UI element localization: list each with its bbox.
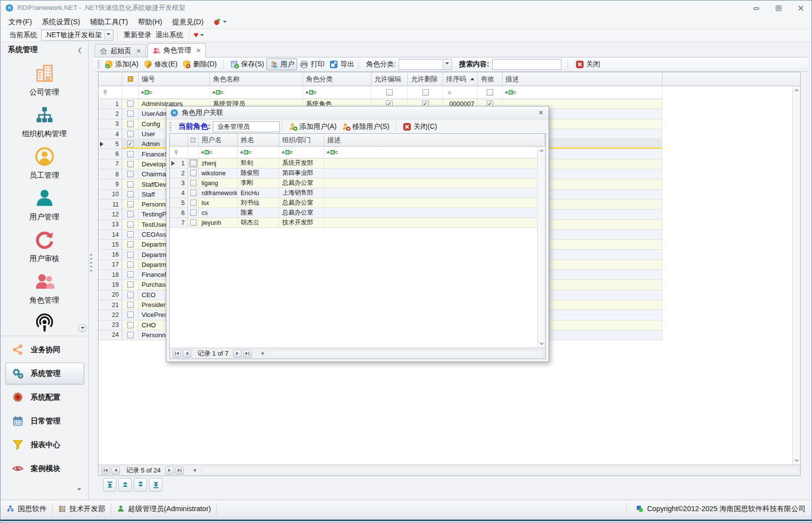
hscroll-track[interactable] xyxy=(270,350,543,357)
sidebar-module-org[interactable]: 组织机构管理 xyxy=(1,101,88,142)
nav-funnel[interactable]: 报表中心 xyxy=(1,433,88,457)
filter-cell[interactable]: ABC xyxy=(303,86,371,99)
add-user-button[interactable]: 添加用户(A) xyxy=(286,121,339,132)
maximize-button[interactable] xyxy=(775,4,782,12)
filter-cell[interactable]: ABC xyxy=(238,147,279,158)
remove-user-button[interactable]: 移除用户(S) xyxy=(339,121,392,132)
column-header[interactable]: 排序码 xyxy=(443,72,478,86)
hscroll-track[interactable] xyxy=(202,467,798,474)
dialog-vertical-scrollbar[interactable] xyxy=(537,147,545,348)
filter-cell[interactable]: ABC xyxy=(324,147,538,158)
sidebar-nav-more-icon[interactable] xyxy=(76,486,81,494)
system-combobox-dropdown[interactable] xyxy=(104,31,112,40)
table-row[interactable]: 1zhenj郑剑系统开发部 xyxy=(170,158,538,168)
dialog-grid-filter-row[interactable]: ABCABCABCABC xyxy=(170,147,538,158)
relogin-button[interactable]: 重新登录 xyxy=(122,31,153,40)
column-header[interactable]: 描述 xyxy=(324,134,545,146)
close-tab-button[interactable]: 关闭 xyxy=(573,59,603,70)
tab-home[interactable]: 起始页 ✕ xyxy=(95,44,146,57)
grid-filter-row[interactable]: ABCABCABC=ABC xyxy=(99,86,662,99)
hscroll-left-button[interactable] xyxy=(258,350,266,358)
save-button[interactable]: 保存(S) xyxy=(228,59,267,70)
sidebar-module-employee[interactable]: 员工管理 xyxy=(1,142,88,184)
table-row[interactable]: 2wikstone陈俊熙第四事业部 xyxy=(170,168,538,178)
print-button[interactable]: 打印 xyxy=(297,59,327,70)
header-select-all[interactable] xyxy=(122,72,139,86)
filter-cell[interactable] xyxy=(408,86,443,99)
filter-cell[interactable]: ABC xyxy=(210,86,303,99)
column-header[interactable]: 允许删除 xyxy=(408,72,443,86)
pager-next-button[interactable] xyxy=(165,467,174,474)
delete-button[interactable]: 删除(D) xyxy=(180,59,219,70)
pager-prev-button[interactable] xyxy=(183,350,191,358)
column-header[interactable]: 姓名 xyxy=(238,134,279,146)
scroll-down-icon[interactable] xyxy=(539,343,544,345)
menu-item[interactable]: 文件(F) xyxy=(8,17,32,27)
close-button[interactable] xyxy=(797,4,805,12)
table-row[interactable]: 5lsx刘书仙总裁办公室 xyxy=(170,198,538,208)
move-top-button[interactable] xyxy=(103,478,116,492)
dialog-close-icon[interactable]: ✕ xyxy=(538,109,544,116)
column-header[interactable]: 描述 xyxy=(503,72,662,86)
table-row[interactable]: 4rdiframeworkEricHu上海销售部 xyxy=(170,188,538,198)
hscroll-left-button[interactable] xyxy=(190,467,199,474)
category-combobox[interactable] xyxy=(399,59,452,70)
pager-last-button[interactable] xyxy=(243,350,252,358)
tab-close-icon[interactable]: ✕ xyxy=(136,48,141,54)
category-dropdown[interactable] xyxy=(443,60,451,69)
table-row[interactable]: 7jieyunh胡杰云技术开发部 xyxy=(170,218,538,228)
sidebar-module-userteal[interactable]: 用户管理 xyxy=(1,184,88,225)
filter-cell[interactable] xyxy=(478,86,503,99)
sidebar-module-podcast[interactable]: 岗位管理 xyxy=(1,309,88,336)
user-button[interactable]: 用户 xyxy=(266,58,297,70)
filter-cell[interactable]: ABC xyxy=(503,86,662,99)
nav-config[interactable]: 系统配置 xyxy=(1,385,88,409)
filter-cell[interactable]: ABC xyxy=(139,86,210,99)
column-header[interactable]: 有效 xyxy=(478,72,503,86)
column-header[interactable]: 角色名称 xyxy=(210,72,303,86)
table-row[interactable]: 6cs陈素总裁办公室 xyxy=(170,208,538,218)
menu-item[interactable]: 提意见(D) xyxy=(172,17,204,27)
menu-item[interactable]: 辅助工具(T) xyxy=(90,17,128,27)
minimize-button[interactable] xyxy=(753,4,760,12)
scroll-down-icon[interactable] xyxy=(794,460,799,462)
export-button[interactable]: 导出 xyxy=(327,59,356,70)
favorite-heart-icon[interactable]: ♥ xyxy=(194,30,199,40)
sidebar-module-roles[interactable]: 角色管理 xyxy=(1,267,88,309)
column-header[interactable]: 角色分类 xyxy=(303,72,371,86)
column-header[interactable]: 编号 xyxy=(139,72,210,86)
move-bottom-button[interactable] xyxy=(149,478,162,492)
edit-button[interactable]: 修改(E) xyxy=(141,59,180,70)
move-down-button[interactable] xyxy=(134,478,147,492)
move-up-button[interactable] xyxy=(118,478,132,492)
column-header[interactable]: 用户名 xyxy=(199,134,238,146)
splitter-handle[interactable] xyxy=(90,254,92,272)
filter-cell[interactable] xyxy=(371,86,408,99)
search-input[interactable] xyxy=(492,59,561,70)
filter-cell[interactable] xyxy=(99,86,122,99)
grid-vertical-scrollbar[interactable] xyxy=(792,86,800,465)
menu-item[interactable]: 帮助(H) xyxy=(138,17,162,27)
pager-last-button[interactable] xyxy=(175,467,184,474)
nav-eye[interactable]: 案例模块 xyxy=(1,457,88,480)
filter-cell[interactable]: = xyxy=(443,86,478,99)
column-header[interactable]: 组织/部门 xyxy=(279,134,324,146)
scroll-up-icon[interactable] xyxy=(539,149,544,152)
sidebar-module-company[interactable]: 公司管理 xyxy=(1,59,88,101)
sidebar-scroll-down-button[interactable] xyxy=(78,324,87,332)
tab-close-icon[interactable]: ✕ xyxy=(196,47,201,54)
filter-cell[interactable]: ABC xyxy=(279,147,324,158)
filter-cell[interactable]: ABC xyxy=(199,147,238,158)
pager-first-button[interactable] xyxy=(173,350,181,358)
nav-calendar[interactable]: 日常管理 xyxy=(1,409,88,433)
table-row[interactable]: 3ligang李刚总裁办公室 xyxy=(170,178,538,188)
menu-item[interactable]: 系统设置(S) xyxy=(42,17,80,27)
pager-next-button[interactable] xyxy=(233,350,242,358)
pager-first-button[interactable] xyxy=(102,467,110,474)
system-combobox[interactable]: .NET敏捷开发框架 xyxy=(41,30,113,41)
toolbar-drag-handle[interactable] xyxy=(98,60,100,69)
feedback-icon[interactable] xyxy=(213,18,221,26)
column-header[interactable]: 允许编辑 xyxy=(371,72,408,86)
scroll-up-icon[interactable] xyxy=(794,89,799,91)
dialog-toolbar-handle[interactable] xyxy=(169,122,171,131)
